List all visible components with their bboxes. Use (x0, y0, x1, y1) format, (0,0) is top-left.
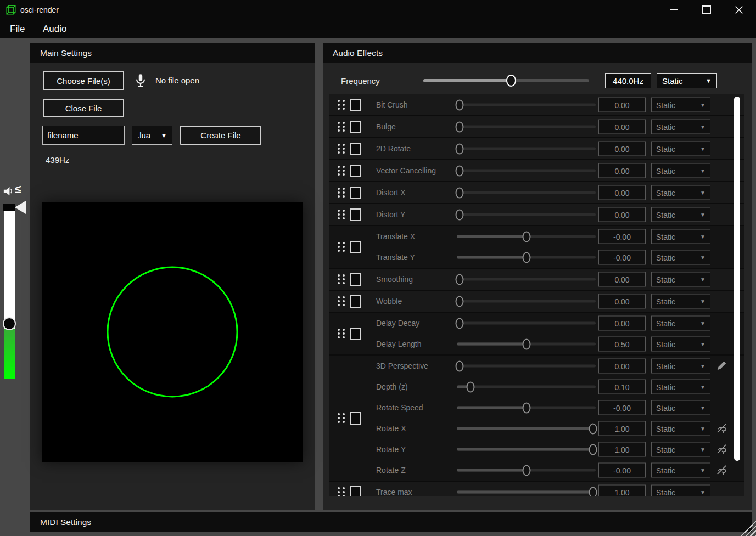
slider-knob[interactable] (456, 209, 464, 220)
slider-knob[interactable] (589, 423, 597, 434)
effect-mode-dropdown[interactable]: Static▼ (651, 359, 710, 374)
volume-slider-knob[interactable] (3, 317, 16, 330)
slider-knob[interactable] (522, 231, 530, 242)
effect-slider[interactable] (457, 278, 596, 281)
drag-handle[interactable] (338, 166, 345, 176)
effect-slider[interactable] (457, 386, 596, 388)
maximize-button[interactable] (694, 0, 719, 20)
threshold-slider-handle[interactable] (15, 201, 26, 214)
effect-value-box[interactable]: -0.00 (598, 400, 646, 415)
effect-slider[interactable] (457, 191, 596, 194)
slider-knob[interactable] (456, 143, 464, 154)
effect-value-box[interactable]: 0.00 (598, 294, 646, 309)
pencil-icon[interactable] (715, 359, 729, 373)
effect-slider[interactable] (457, 148, 596, 150)
drag-handle[interactable] (338, 242, 345, 252)
rotate-axis-icon[interactable] (715, 422, 729, 435)
effect-value-box[interactable]: 1.00 (598, 485, 646, 497)
effect-value-box[interactable]: 0.00 (598, 272, 646, 287)
effect-checkbox[interactable] (350, 241, 361, 253)
effect-slider[interactable] (457, 170, 596, 172)
threshold-marker[interactable] (3, 204, 15, 211)
close-file-button[interactable]: Close File (43, 99, 124, 117)
drag-handle[interactable] (338, 144, 345, 154)
rotate-axis-icon[interactable] (715, 464, 729, 477)
create-file-button[interactable]: Create File (180, 126, 261, 145)
drag-handle[interactable] (338, 413, 345, 423)
slider-knob[interactable] (456, 187, 464, 198)
slider-knob[interactable] (456, 360, 464, 371)
effect-value-box[interactable]: 0.00 (598, 142, 646, 156)
effect-slider[interactable] (457, 322, 596, 325)
effect-mode-dropdown[interactable]: Static▼ (651, 98, 710, 112)
frequency-mode-dropdown[interactable]: Static ▼ (657, 73, 717, 88)
effect-mode-dropdown[interactable]: Static▼ (651, 163, 710, 178)
effect-checkbox[interactable] (350, 165, 361, 177)
effect-checkbox[interactable] (350, 412, 361, 425)
effect-mode-dropdown[interactable]: Static▼ (651, 337, 710, 352)
effect-slider[interactable] (457, 469, 596, 472)
effect-value-box[interactable]: 0.50 (598, 337, 646, 352)
effect-value-box[interactable]: -0.00 (598, 229, 646, 244)
slider-knob[interactable] (522, 402, 530, 413)
midi-settings-bar[interactable]: MIDI Settings (30, 512, 752, 532)
effect-value-box[interactable]: 0.00 (598, 98, 646, 112)
effect-mode-dropdown[interactable]: Static▼ (651, 120, 710, 134)
menu-file[interactable]: File (7, 22, 28, 36)
effect-value-box[interactable]: 1.00 (598, 421, 646, 436)
effect-mode-dropdown[interactable]: Static▼ (651, 185, 710, 200)
effect-value-box[interactable]: 0.00 (598, 163, 646, 178)
slider-knob[interactable] (456, 318, 464, 329)
effect-slider[interactable] (457, 235, 596, 238)
filename-input[interactable]: filename (42, 126, 125, 145)
effect-mode-dropdown[interactable]: Static▼ (651, 250, 710, 265)
slider-knob[interactable] (456, 121, 464, 132)
effect-checkbox[interactable] (350, 273, 361, 286)
choose-file-button[interactable]: Choose File(s) (43, 71, 124, 90)
effect-mode-dropdown[interactable]: Static▼ (651, 229, 710, 244)
effect-checkbox[interactable] (350, 208, 361, 221)
extension-dropdown[interactable]: .lua ▼ (132, 126, 172, 145)
effect-slider[interactable] (457, 343, 596, 346)
effect-checkbox[interactable] (350, 121, 361, 133)
effect-value-box[interactable]: 1.00 (598, 442, 646, 457)
effect-value-box[interactable]: 0.00 (598, 185, 646, 200)
effect-mode-dropdown[interactable]: Static▼ (651, 463, 710, 478)
rotate-axis-icon[interactable] (715, 443, 729, 456)
effect-mode-dropdown[interactable]: Static▼ (651, 272, 710, 287)
effect-slider[interactable] (457, 427, 596, 430)
effect-value-box[interactable]: 0.00 (598, 207, 646, 222)
effect-mode-dropdown[interactable]: Static▼ (651, 485, 710, 497)
effect-checkbox[interactable] (350, 99, 361, 111)
effect-mode-dropdown[interactable]: Static▼ (651, 207, 710, 222)
slider-knob[interactable] (456, 99, 464, 110)
close-button[interactable] (726, 0, 752, 20)
drag-handle[interactable] (338, 122, 345, 132)
effect-value-box[interactable]: -0.00 (598, 250, 646, 265)
slider-knob[interactable] (589, 444, 597, 455)
drag-handle[interactable] (338, 487, 345, 496)
effect-slider[interactable] (457, 213, 596, 216)
drag-handle[interactable] (338, 210, 345, 219)
effect-slider[interactable] (457, 407, 596, 409)
slider-knob[interactable] (522, 252, 530, 263)
effect-mode-dropdown[interactable]: Static▼ (651, 142, 710, 156)
volume-meter[interactable] (4, 204, 15, 379)
effect-slider[interactable] (457, 365, 596, 368)
effect-slider[interactable] (457, 104, 596, 106)
drag-handle[interactable] (338, 296, 345, 306)
slider-knob[interactable] (456, 274, 464, 285)
drag-handle[interactable] (338, 329, 345, 338)
effect-slider[interactable] (457, 300, 596, 303)
menu-audio[interactable]: Audio (40, 22, 70, 36)
effect-checkbox[interactable] (350, 143, 361, 155)
effect-mode-dropdown[interactable]: Static▼ (651, 442, 710, 457)
effect-mode-dropdown[interactable]: Static▼ (651, 380, 710, 394)
drag-handle[interactable] (338, 274, 345, 284)
drag-handle[interactable] (338, 100, 345, 110)
effect-mode-dropdown[interactable]: Static▼ (651, 400, 710, 415)
frequency-slider-knob[interactable] (506, 75, 516, 87)
slider-knob[interactable] (456, 296, 464, 307)
effect-value-box[interactable]: 0.00 (598, 359, 646, 374)
effect-checkbox[interactable] (350, 328, 361, 340)
